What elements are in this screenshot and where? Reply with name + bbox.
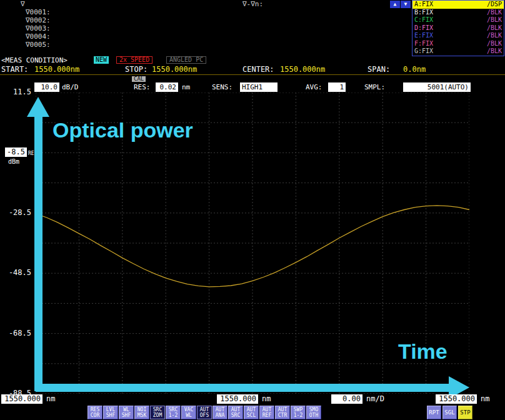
trace-mode: /BLK bbox=[487, 16, 502, 24]
trace-name: F:FIX bbox=[414, 40, 433, 48]
y-axis-tick: 11.5 bbox=[13, 88, 31, 97]
trace-name: A:FIX bbox=[414, 1, 433, 9]
optical-power-annotation: Optical power bbox=[52, 118, 193, 142]
scale-per-div-readout: 0.00 bbox=[331, 394, 362, 404]
start-label: START: bbox=[1, 65, 28, 74]
time-arrow bbox=[36, 384, 449, 392]
optical-power-arrow bbox=[34, 116, 42, 391]
trace-row-f[interactable]: F:FIX/BLK bbox=[412, 40, 504, 48]
scroll-up-button[interactable]: ▲ bbox=[390, 1, 400, 8]
softkey-src-zom[interactable]: SRCZOM bbox=[150, 406, 165, 419]
stop-value: 1550.000nm bbox=[152, 65, 197, 74]
angled-pc-badge: ANGLED PC bbox=[166, 56, 206, 64]
trace-row-c[interactable]: C:FIX/BLK bbox=[412, 16, 504, 24]
softkey-aut-src[interactable]: AUTSRC bbox=[228, 406, 243, 419]
softkey-aut-ofs[interactable]: AUTOFS bbox=[197, 406, 212, 419]
trace-row-a[interactable]: A:FIX/DSP bbox=[412, 1, 504, 9]
trace-memory-list: ∇0001:∇0002:∇0003:∇0004:∇0005: bbox=[26, 8, 51, 49]
time-annotation: Time bbox=[398, 339, 448, 364]
runkey-stp[interactable]: STP bbox=[458, 406, 472, 419]
trace-name: E:FIX bbox=[414, 32, 433, 40]
center-wavelength-unit: nm bbox=[262, 394, 271, 404]
new-badge: NEW bbox=[94, 56, 109, 64]
y-axis-tick: -48.5 bbox=[9, 268, 31, 278]
resolution-label: RES: bbox=[134, 82, 151, 92]
trace-mode: /BLK bbox=[487, 32, 502, 40]
y-axis-ticks: 11.5-8.5-28.5-48.5-68.5-88.5 bbox=[0, 92, 33, 394]
level-scale-value[interactable]: 10.0 bbox=[34, 82, 59, 92]
sensitivity-value[interactable]: HIGH1 bbox=[240, 82, 278, 92]
trace-list-item: ∇0005: bbox=[26, 41, 51, 49]
trace-row-e[interactable]: E:FIX/BLK bbox=[412, 32, 504, 40]
y-axis-unit: dBm bbox=[8, 158, 19, 165]
trace-mode: /BLK bbox=[487, 9, 502, 17]
start-value: 1550.000nm bbox=[34, 65, 79, 74]
resolution-value[interactable]: 0.02 bbox=[156, 82, 178, 92]
osa-screen: ∇ ∇0001:∇0002:∇0003:∇0004:∇0005: ∇-∇n: ▲… bbox=[0, 0, 505, 420]
optical-power-arrowhead-icon bbox=[27, 97, 49, 117]
right-wavelength-unit: nm bbox=[481, 394, 489, 404]
trace-list-item: ∇0001: bbox=[26, 8, 51, 16]
trace-marker-symbol: ∇ bbox=[21, 0, 25, 8]
wavelength-readout-row: 1550.000 nm 1550.000 nm 0.00 nm/D 1550.0… bbox=[0, 394, 505, 405]
scroll-down-button[interactable]: ▼ bbox=[401, 1, 411, 8]
softkey-aut-scl[interactable]: AUTSCL bbox=[244, 406, 259, 419]
center-value: 1550.000nm bbox=[280, 65, 325, 74]
trace-row-d[interactable]: D:FIX/BLK bbox=[412, 24, 504, 32]
softkey-src-1-2[interactable]: SRC1-2 bbox=[166, 406, 181, 419]
softkey-aut-ref[interactable]: AUTREF bbox=[259, 406, 274, 419]
wavelength-range-row: START: 1550.000nm STOP: 1550.000nm CENTE… bbox=[0, 64, 505, 75]
trace-mode: /BLK bbox=[487, 24, 502, 32]
softkey-bar: RESCORLVLSHFWLSHFNOIMSKSRCZOMSRC1-2VACWL… bbox=[88, 406, 321, 419]
softkey-res-cor[interactable]: RESCOR bbox=[88, 406, 102, 419]
softkey-aut-ana[interactable]: AUTANA bbox=[212, 406, 228, 419]
scroll-buttons: ▲ ▼ bbox=[390, 1, 411, 8]
trace-row-g[interactable]: G:FIX/BLK bbox=[412, 48, 504, 56]
trace-mode: /BLK bbox=[487, 48, 502, 56]
softkey-aut-ctr[interactable]: AUTCTR bbox=[275, 406, 290, 419]
center-wavelength-readout: 1550.000 bbox=[217, 394, 258, 404]
softkey-smo-oth[interactable]: SMOOTH bbox=[306, 406, 321, 419]
trace-name: D:FIX bbox=[414, 24, 433, 32]
trace-mode: /DSP bbox=[487, 1, 502, 9]
left-wavelength-readout: 1550.000 bbox=[1, 394, 42, 404]
sensitivity-label: SENS: bbox=[212, 82, 232, 92]
softkey-lvl-shf[interactable]: LVLSHF bbox=[103, 406, 118, 419]
y-axis-tick: -68.5 bbox=[9, 329, 31, 338]
softkey-wl-shf[interactable]: WLSHF bbox=[119, 406, 134, 419]
run-key-bar: RPTSGLSTP bbox=[427, 406, 472, 419]
cal-badge: CAL bbox=[132, 76, 146, 82]
trace-row-b[interactable]: B:FIX/BLK bbox=[412, 9, 504, 17]
scale-per-div-unit: nm/D bbox=[366, 394, 384, 404]
softkey-swp-1-2[interactable]: SWP1-2 bbox=[291, 406, 306, 419]
trace-list-item: ∇0003: bbox=[26, 24, 51, 32]
trace-list-item: ∇0004: bbox=[26, 32, 51, 41]
center-label: CENTER: bbox=[242, 65, 274, 74]
trace-list-item: ∇0002: bbox=[26, 16, 51, 24]
sampling-label: SMPL: bbox=[364, 82, 385, 92]
speed-badge: 2x SPEED bbox=[116, 56, 152, 64]
meas-condition-title: <MEAS CONDITION> bbox=[1, 56, 68, 64]
trace-name: G:FIX bbox=[414, 48, 433, 56]
resolution-unit: nm bbox=[182, 82, 190, 92]
trace-name: B:FIX bbox=[414, 9, 433, 17]
span-value: 0.0nm bbox=[403, 65, 426, 74]
average-label: AVG: bbox=[306, 82, 322, 92]
sampling-value[interactable]: 5001(AUTO) bbox=[403, 82, 471, 92]
average-value[interactable]: 1 bbox=[328, 82, 346, 92]
softkey-vac-wl[interactable]: VACWL bbox=[181, 406, 196, 419]
left-wavelength-unit: nm bbox=[46, 394, 55, 404]
right-wavelength-readout: 1550.000 bbox=[436, 394, 477, 404]
settings-row: 10.0 dB/D RES: 0.02 nm SENS: HIGH1 AVG: … bbox=[0, 82, 505, 92]
stop-label: STOP: bbox=[125, 65, 148, 74]
ref-level-tick: -8.5 bbox=[5, 148, 27, 157]
runkey-rpt[interactable]: RPT bbox=[427, 406, 441, 419]
span-label: SPAN: bbox=[368, 65, 390, 74]
meas-condition-row: <MEAS CONDITION> NEW 2x SPEED ANGLED PC bbox=[0, 56, 505, 64]
y-axis-tick: -28.5 bbox=[9, 208, 31, 218]
softkey-noi-msk[interactable]: NOIMSK bbox=[134, 406, 149, 419]
trace-mode: /BLK bbox=[487, 40, 502, 48]
trace-status-panel: A:FIX/DSPB:FIX/BLKC:FIX/BLKD:FIX/BLKE:FI… bbox=[412, 0, 504, 56]
runkey-sgl[interactable]: SGL bbox=[442, 406, 457, 419]
trace-math-label: ∇-∇n: bbox=[242, 0, 263, 8]
